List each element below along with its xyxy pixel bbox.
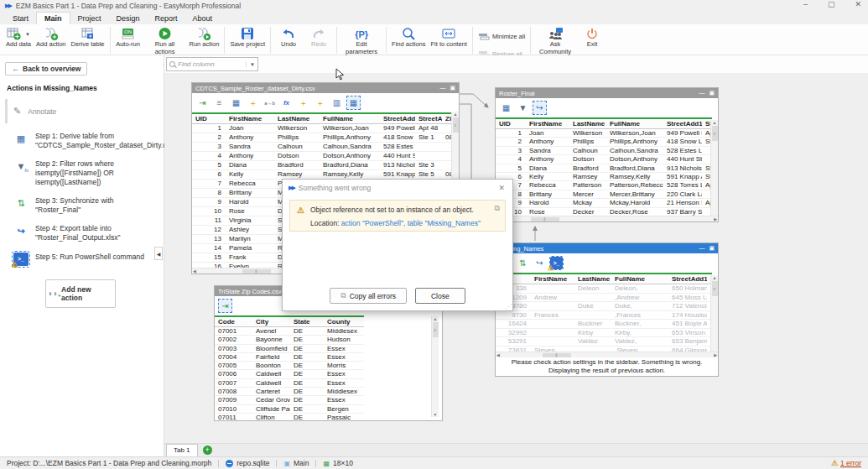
table-cell[interactable]: Ste 3 — [415, 161, 442, 169]
window-maximize-icon[interactable]: ▣ — [450, 85, 455, 91]
table-cell[interactable]: Ashley — [226, 226, 274, 234]
table-cell[interactable] — [531, 284, 574, 293]
table-cell[interactable]: Ste 5 — [415, 170, 442, 179]
table-row[interactable]: 1JoanWilkersonWilkerson,Joan949 Powell L… — [496, 129, 712, 138]
sidebar-step-2[interactable]: ▼fx Step 2: Filter rows where isempty([F… — [5, 154, 159, 191]
table-row[interactable]: 07003BloomfieldDEEssex — [215, 345, 364, 353]
table-cell[interactable]: Mckay,Harold — [606, 199, 663, 206]
table-cell[interactable]: 07001 — [215, 327, 252, 335]
table-row[interactable]: 8780DukeDuke,712 Valencia... — [496, 302, 712, 311]
split-column-icon[interactable]: ＋ — [314, 96, 326, 109]
column-header[interactable]: FirstName — [226, 114, 274, 123]
table-row[interactable]: 07002BayonneDEHudson — [215, 336, 364, 344]
table-cell[interactable]: 07003 — [215, 345, 252, 352]
table-cell[interactable]: Middlesex — [324, 388, 364, 395]
copy-icon[interactable]: ⧉ — [495, 204, 500, 213]
fx-icon[interactable]: fx — [280, 96, 293, 109]
table-cell[interactable]: Wilkerson — [274, 124, 320, 133]
table-row[interactable]: 07004FairfieldDEEssex — [215, 353, 364, 362]
table-cell[interactable]: Boonton — [252, 362, 290, 369]
menu-design[interactable]: Design — [109, 13, 148, 24]
table-cell[interactable]: Caldwell — [252, 370, 290, 378]
table-row[interactable]: 3SandraCalhounCalhoun,Sandra528 Estes La… — [192, 143, 453, 152]
menu-main[interactable]: Main — [36, 12, 70, 24]
table-cell[interactable]: Calhoun,Sandra — [320, 143, 380, 151]
table-cell[interactable]: Sandra — [526, 147, 569, 154]
horizontal-scrollbar[interactable]: ⫼▶ — [496, 216, 718, 221]
table-cell[interactable]: Patterson — [569, 181, 606, 189]
table-cell[interactable] — [531, 329, 574, 337]
table-cell[interactable]: Bergen — [324, 405, 364, 413]
back-to-overview-button[interactable]: ← Back to overview — [5, 62, 87, 76]
table-cell[interactable]: 4 — [496, 155, 526, 163]
table-cell[interactable]: Dotson,Anthony — [606, 155, 663, 163]
table-cell[interactable]: Essex — [324, 353, 364, 361]
window-maximize-icon[interactable]: ▣ — [709, 245, 715, 252]
redo-button[interactable]: Redo — [304, 26, 334, 50]
table-row[interactable]: 1JoanWilkersonWilkerson,Joan949 Powell L… — [192, 124, 453, 133]
table-cell[interactable]: 174 Houston... — [668, 311, 707, 320]
table-row[interactable]: 07007CaldwellDEEssex — [215, 379, 364, 388]
table-cell[interactable]: 528 Estes Lane — [663, 147, 702, 154]
table-row[interactable]: 5DianaBradfordBradford,Diana913 Nicholso… — [496, 164, 712, 173]
table-cell[interactable]: Virginia — [226, 216, 274, 225]
table-cell[interactable]: Passaic — [324, 414, 364, 421]
table-cell[interactable]: Rebecca — [226, 180, 274, 188]
column-header[interactable]: StreetAdd1 — [663, 119, 702, 128]
table-cell[interactable]: 3 — [192, 143, 226, 151]
table-cell[interactable]: Diana — [226, 161, 274, 169]
dialog-titlebar[interactable]: ▶▶ Something went wrong ✕ — [283, 180, 512, 194]
table-cell[interactable] — [531, 337, 574, 346]
column-header[interactable]: LastName — [274, 114, 320, 123]
table-window-titlebar[interactable]: CDTCS_Sample_Roster_dataset_Dirty.csv —▣ — [192, 83, 459, 93]
table-cell[interactable]: 451 Boyle Av... — [668, 320, 707, 328]
table-cell[interactable]: Sandra — [226, 143, 274, 151]
error-count-link[interactable]: ⚠ 1 error — [831, 459, 861, 467]
table-row[interactable]: 16424BucknerBuckner,451 Boyle Av... — [496, 320, 712, 329]
table-cell[interactable]: Essex — [324, 345, 364, 352]
export-icon[interactable]: ↪ — [533, 102, 546, 114]
table-cell[interactable]: Essex — [324, 379, 364, 387]
table-row[interactable]: 07008CarteretDEMiddlesex — [215, 388, 364, 396]
table-cell[interactable]: Wilkerson,Joan — [320, 124, 380, 133]
table-cell[interactable]: 913 Nicholso... — [663, 164, 702, 172]
table-cell[interactable]: DE — [290, 405, 324, 413]
table-row[interactable]: 7RebeccaPattersonPatterson,Rebecca528 To… — [496, 181, 712, 190]
close-window-button[interactable]: ✕ — [851, 0, 865, 8]
table-row[interactable]: 3SandraCalhounCalhoun,Sandra528 Estes La… — [496, 147, 712, 155]
table-cell[interactable]: 13 — [192, 235, 226, 243]
table-cell[interactable]: ,Frances — [611, 311, 668, 320]
column-header[interactable]: StreetAdd1 — [668, 274, 707, 284]
table-cell[interactable]: 21 Henson S... — [663, 199, 702, 206]
table-cell[interactable]: Hudson — [324, 336, 364, 343]
table-cell[interactable]: Bloomfield — [252, 345, 290, 352]
table-cell[interactable]: Rose — [226, 207, 274, 216]
table-cell[interactable]: 2 — [192, 133, 226, 142]
table-cell[interactable]: 15 — [192, 253, 226, 262]
derive-table-icon[interactable]: ▦ — [500, 102, 512, 114]
table-cell[interactable]: 11 — [192, 216, 226, 225]
table-cell[interactable] — [415, 152, 442, 160]
table-cell[interactable]: Harold — [226, 198, 274, 206]
table-cell[interactable]: 937 Barry Str... — [663, 208, 702, 216]
column-header[interactable]: County — [324, 317, 364, 326]
rename-icon[interactable]: a→b — [263, 96, 276, 109]
menu-report[interactable]: Report — [148, 13, 185, 24]
table-cell[interactable]: Bradford — [274, 161, 320, 169]
table-cell[interactable]: Patterson,Rebecca — [606, 181, 663, 189]
table-row[interactable]: 1209Andrew,Andrew645 Moss Lane — [496, 294, 712, 303]
table-cell[interactable]: Mckay — [569, 199, 606, 206]
table-cell[interactable]: Dotson — [274, 152, 320, 160]
table-row[interactable]: 32992KirbyKirby,653 Vinson A... — [496, 329, 712, 338]
table-cell[interactable]: Brittany — [226, 189, 274, 197]
table-cell[interactable]: 3 — [496, 147, 526, 154]
table-row[interactable]: 9HaroldMckayMckay,Harold21 Henson S...Ap… — [496, 199, 712, 207]
table-cell[interactable]: 14 — [192, 244, 226, 253]
table-row[interactable]: 07005BoontonDEMorris — [215, 362, 364, 370]
table-cell[interactable]: 07008 — [215, 388, 252, 395]
table-cell[interactable]: Duke — [574, 302, 611, 310]
import-file-icon[interactable]: ⇥ — [219, 300, 231, 312]
minimize-all-button[interactable]: Minimize all — [478, 29, 525, 44]
table-cell[interactable]: 5 — [192, 161, 226, 169]
table-cell[interactable]: Clifton — [252, 414, 290, 421]
